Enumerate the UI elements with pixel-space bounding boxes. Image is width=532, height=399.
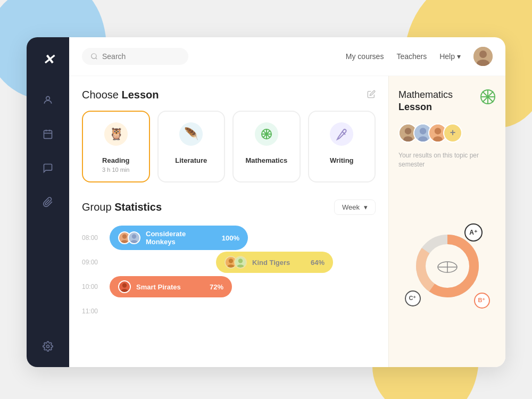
left-panel: Choose Lesson 🦉 Reading 3 h 10 min [69, 76, 388, 367]
bar-container-0800: Considerate Monkeys 100% [110, 226, 376, 250]
user-avatar[interactable] [473, 47, 493, 66]
choose-lesson-title: Choose Lesson [82, 89, 159, 101]
mathematics-label: Mathematics [245, 156, 287, 164]
considerate-monkeys-bar[interactable]: Considerate Monkeys 100% [110, 226, 248, 250]
bar-avatars-2 [225, 256, 247, 269]
chevron-down-icon: ▾ [457, 52, 461, 61]
time-label-0800: 08:00 [82, 234, 103, 242]
sidebar-item-chat[interactable] [38, 159, 57, 178]
svg-point-33 [238, 259, 243, 263]
bar-percent-0: 100% [222, 234, 239, 242]
header: My courses Teachers Help ▾ [69, 37, 505, 76]
mathematics-icon [255, 122, 278, 150]
group-statistics: Group Statistics Week ▾ 08:00 [82, 200, 376, 323]
reading-card[interactable]: 🦉 Reading 3 h 10 min [82, 111, 150, 182]
chat-icon [43, 163, 53, 173]
bar-avatars-3 [118, 280, 131, 293]
user-icon [43, 95, 53, 105]
add-student-button[interactable]: + [443, 123, 462, 143]
right-panel-header: Mathematics Lesson [398, 89, 496, 123]
logo-x-icon: ✕ [43, 52, 53, 68]
avatar-4 [234, 256, 247, 269]
lesson-cards: 🦉 Reading 3 h 10 min 🪶 Literature [82, 111, 376, 182]
sidebar-item-settings[interactable] [43, 341, 53, 354]
teachers-nav[interactable]: Teachers [396, 52, 427, 61]
student-avatars: + [398, 123, 496, 143]
sidebar-item-user[interactable] [38, 90, 57, 110]
reading-label: Reading [102, 156, 129, 164]
svg-point-0 [46, 96, 50, 100]
svg-point-50 [435, 128, 441, 134]
writing-icon [330, 122, 353, 150]
time-label-0900: 09:00 [82, 259, 103, 266]
timeline-row-0900: 09:00 [82, 250, 376, 275]
grade-c-badge: C⁺ [405, 290, 421, 306]
writing-label: Writing [330, 156, 354, 164]
svg-point-27 [132, 234, 136, 238]
main-container: ✕ My cou [27, 37, 505, 367]
svg-point-44 [405, 128, 411, 134]
time-label-1000: 10:00 [82, 283, 103, 290]
pie-chart-wrapper: A⁺ B⁺ C⁺ [405, 223, 490, 309]
settings-icon [43, 341, 53, 352]
reading-icon: 🦉 [104, 122, 128, 150]
sidebar-item-calendar[interactable] [38, 124, 57, 144]
right-panel-subtitle: Your results on this topic per semester [398, 151, 496, 169]
bar-container-1000: Smart Pirates 72% [110, 276, 376, 297]
kind-tigers-bar[interactable]: Kind Tigers 64% [216, 252, 333, 273]
svg-point-30 [229, 259, 233, 263]
timeline-row-1000: 10:00 Smart Pirates 72% [82, 275, 376, 299]
math-decoration-icon [480, 89, 496, 107]
avatar-image [473, 47, 493, 66]
time-label-1100: 11:00 [82, 307, 103, 315]
help-nav[interactable]: Help ▾ [439, 52, 461, 61]
pie-chart-svg [415, 234, 479, 298]
reading-time: 3 h 10 min [102, 167, 129, 173]
calendar-icon [43, 129, 53, 139]
svg-point-9 [479, 51, 487, 58]
svg-point-6 [92, 54, 96, 59]
sidebar: ✕ [27, 37, 69, 367]
main-content: Choose Lesson 🦉 Reading 3 h 10 min [69, 76, 505, 367]
svg-text:🦉: 🦉 [109, 127, 123, 141]
bar-percent-2: 72% [210, 283, 223, 291]
bar-percent-1: 64% [311, 259, 325, 267]
mathematics-card[interactable]: Mathematics [232, 111, 301, 182]
search-input[interactable] [102, 52, 177, 61]
right-panel: Mathematics Lesson [388, 76, 505, 367]
timeline-row-1100: 11:00 [82, 299, 376, 323]
grade-chart: A⁺ B⁺ C⁺ [398, 177, 496, 354]
timeline-row-0800: 08:00 [82, 226, 376, 250]
bar-group-name-3: Smart Pirates [136, 283, 204, 291]
smart-pirates-bar[interactable]: Smart Pirates 72% [110, 276, 232, 297]
grade-a-badge: A⁺ [464, 223, 483, 242]
svg-line-7 [96, 58, 97, 60]
choose-lesson-header: Choose Lesson [82, 89, 376, 101]
bar-group-name-2: Kind Tigers [252, 259, 305, 267]
content-area: My courses Teachers Help ▾ Choose Lesson [69, 37, 505, 367]
sidebar-item-paperclip[interactable] [38, 193, 57, 212]
search-icon [90, 53, 98, 60]
literature-card[interactable]: 🪶 Literature [157, 111, 226, 182]
timeline: 08:00 [82, 226, 376, 323]
search-bar[interactable] [82, 48, 188, 65]
week-dropdown[interactable]: Week ▾ [334, 200, 376, 215]
chevron-down-icon: ▾ [364, 203, 368, 211]
svg-point-47 [420, 128, 426, 134]
sidebar-logo[interactable]: ✕ [38, 50, 57, 69]
bar-group-name: Considerate Monkeys [146, 230, 217, 246]
header-nav: My courses Teachers Help ▾ [346, 47, 493, 66]
stats-header: Group Statistics Week ▾ [82, 200, 376, 215]
bar-avatars [118, 231, 140, 244]
edit-icon[interactable] [367, 90, 376, 101]
bar-container-0900: Kind Tigers 64% [110, 252, 376, 273]
svg-point-21 [330, 122, 353, 146]
grade-b-badge: B⁺ [474, 293, 490, 309]
svg-text:🪶: 🪶 [184, 127, 199, 141]
paperclip-icon [43, 197, 53, 207]
literature-label: Literature [175, 156, 207, 164]
my-courses-nav[interactable]: My courses [346, 52, 384, 61]
avatar-5 [118, 280, 131, 293]
writing-card[interactable]: Writing [308, 111, 376, 182]
svg-point-5 [47, 345, 49, 348]
